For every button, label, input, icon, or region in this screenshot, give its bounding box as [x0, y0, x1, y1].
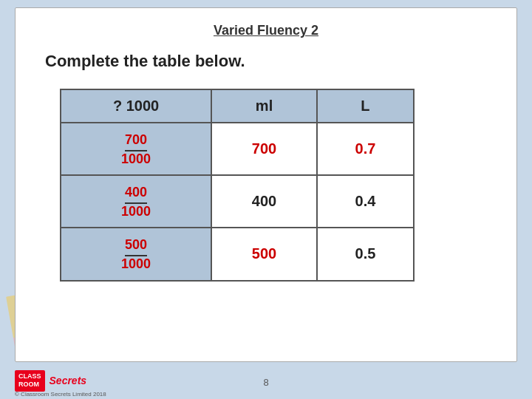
header-fraction-cell: ? 1000 [61, 89, 211, 123]
ml-value-2: 400 [252, 193, 276, 209]
numerator-2: 400 [125, 185, 147, 204]
header-l-cell: L [317, 89, 414, 123]
logo-text: Secrets [50, 375, 87, 386]
header-denominator: 1000 [126, 98, 160, 114]
fraction-table: ? 1000 ml L 700 1000 700 0.7 [60, 89, 415, 282]
table-row: 500 1000 500 0.5 [61, 228, 414, 280]
denominator-2: 1000 [121, 204, 151, 220]
main-card: Varied Fluency 2 Complete the table belo… [15, 7, 517, 362]
l-cell-2: 0.4 [317, 175, 414, 228]
fraction-3: 500 1000 [121, 237, 151, 272]
fraction-cell-3: 500 1000 [61, 228, 211, 280]
header-fraction: ? 1000 [73, 98, 199, 115]
page-title: Varied Fluency 2 [38, 23, 494, 38]
header-numerator: ? [113, 98, 122, 114]
numerator-3: 500 [125, 237, 147, 256]
ml-cell-3: 500 [211, 228, 317, 280]
fraction-cell-2: 400 1000 [61, 175, 211, 228]
logo-box: CLASS ROOM [15, 370, 45, 392]
instruction-text: Complete the table below. [45, 52, 494, 71]
logo-box-line1: CLASS [18, 372, 41, 381]
l-cell-1: 0.7 [317, 123, 414, 175]
logo-box-line2: ROOM [18, 381, 41, 389]
ml-cell-1: 700 [211, 123, 317, 175]
fraction-2: 400 1000 [121, 185, 151, 219]
fraction-1: 700 1000 [121, 132, 151, 167]
table-row: 400 1000 400 0.4 [61, 175, 414, 228]
page-number: 8 [263, 377, 268, 388]
fraction-cell-1: 700 1000 [61, 123, 211, 175]
table-row: 700 1000 700 0.7 [61, 123, 414, 175]
ml-value-3: 500 [252, 245, 276, 262]
ml-cell-2: 400 [211, 175, 317, 228]
l-cell-3: 0.5 [317, 228, 414, 280]
denominator-1: 1000 [121, 151, 151, 168]
numerator-1: 700 [125, 132, 147, 151]
logo-copyright: © Classroom Secrets Limited 2018 [15, 391, 106, 398]
ml-value-1: 700 [252, 140, 276, 157]
l-value-3: 0.5 [355, 245, 376, 262]
denominator-3: 1000 [121, 256, 151, 273]
table-header-row: ? 1000 ml L [61, 89, 414, 123]
l-value-1: 0.7 [355, 140, 376, 157]
l-value-2: 0.4 [355, 193, 376, 209]
logo-area: CLASS ROOM Secrets [15, 370, 86, 392]
header-ml-cell: ml [211, 89, 317, 123]
